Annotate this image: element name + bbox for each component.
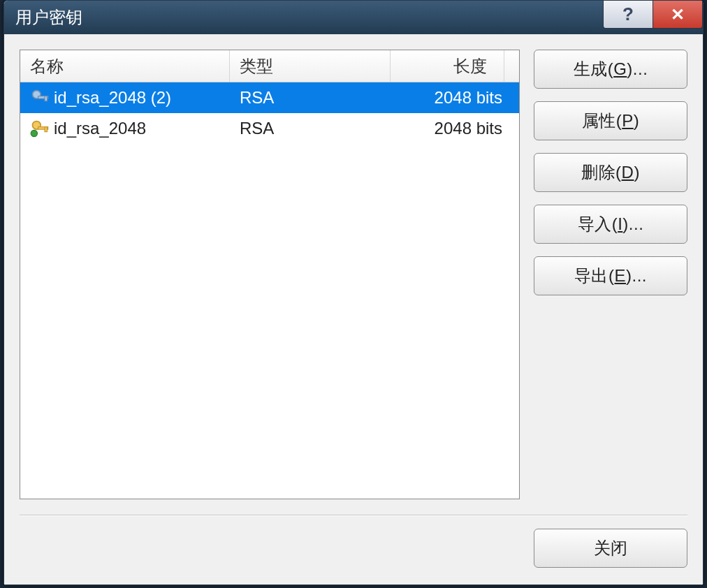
import-button[interactable]: 导入(I)... — [534, 205, 687, 244]
help-icon: ? — [622, 3, 634, 25]
cell-type: RSA — [230, 82, 391, 113]
column-header-length[interactable]: 长度 — [391, 50, 504, 82]
cell-name: id_rsa_2048 — [20, 113, 230, 144]
column-header-type[interactable]: 类型 — [230, 50, 391, 82]
button-sidebar: 生成(G)... 属性(P) 删除(D) 导入(I)... 导出(E)... — [534, 50, 687, 499]
cell-length: 2048 bits — [391, 113, 519, 144]
list-header: 名称 类型 长度 — [20, 50, 519, 82]
cell-name-text: id_rsa_2048 (2) — [54, 88, 171, 108]
main-row: 名称 类型 长度 id_rsa_2048 (2) — [20, 50, 687, 499]
close-icon: ✕ — [671, 5, 685, 24]
generate-button[interactable]: 生成(G)... — [534, 50, 687, 89]
svg-point-6 — [31, 130, 37, 136]
cell-type: RSA — [230, 113, 391, 144]
svg-rect-5 — [45, 127, 48, 132]
export-button[interactable]: 导出(E)... — [534, 256, 687, 295]
key-icon — [30, 119, 50, 138]
list-row[interactable]: id_rsa_2048 (2) RSA 2048 bits — [20, 82, 519, 113]
cell-name-text: id_rsa_2048 — [54, 119, 146, 138]
list-row[interactable]: id_rsa_2048 RSA 2048 bits — [20, 113, 519, 144]
key-list[interactable]: 名称 类型 长度 id_rsa_2048 (2) — [20, 50, 520, 499]
dialog-window: 用户密钥 ? ✕ 名称 类型 长度 — [3, 0, 704, 585]
footer: 关闭 — [20, 529, 687, 568]
delete-button[interactable]: 删除(D) — [534, 153, 687, 192]
window-title: 用户密钥 — [15, 6, 82, 29]
titlebar: 用户密钥 ? ✕ — [4, 1, 703, 34]
client-area: 名称 类型 长度 id_rsa_2048 (2) — [4, 34, 703, 585]
close-window-button[interactable]: ✕ — [653, 1, 703, 29]
key-icon — [30, 88, 50, 108]
help-button[interactable]: ? — [603, 1, 653, 29]
close-button[interactable]: 关闭 — [534, 529, 687, 568]
header-spacer — [504, 50, 519, 82]
cell-length: 2048 bits — [391, 82, 519, 113]
column-header-name[interactable]: 名称 — [20, 50, 230, 82]
window-controls: ? ✕ — [604, 1, 703, 29]
svg-rect-2 — [45, 96, 48, 101]
cell-name: id_rsa_2048 (2) — [20, 82, 230, 113]
list-body: id_rsa_2048 (2) RSA 2048 bits — [20, 82, 519, 499]
separator — [20, 515, 687, 516]
properties-button[interactable]: 属性(P) — [534, 101, 687, 140]
